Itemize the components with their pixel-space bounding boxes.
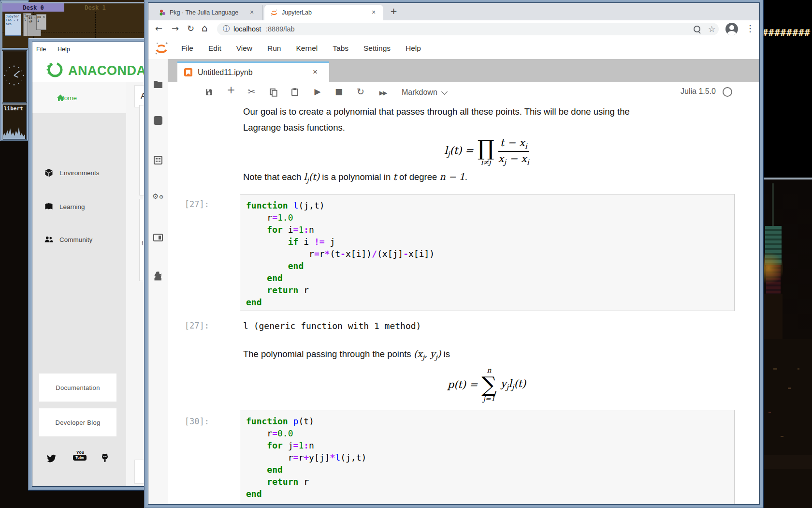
book-icon [44,202,54,211]
property-inspector-icon[interactable]: ⚙⚙ [152,194,164,205]
documentation-button[interactable]: Documentation [39,374,116,402]
cube-icon [44,168,54,178]
back-icon[interactable]: ← [155,24,162,33]
open-tabs-icon[interactable] [152,232,164,243]
copy-icon[interactable] [269,88,278,97]
jlab-menu-file[interactable]: File [180,44,194,53]
browser-menu-icon[interactable]: ⋮ [746,24,754,33]
developer-blog-button[interactable]: Developer Blog [39,408,116,436]
city-mass [762,339,812,508]
sidebar-item-environments[interactable]: Environments [32,160,126,186]
github-icon[interactable] [99,452,111,463]
twitter-icon[interactable] [45,453,58,464]
sidebar-item-label: Learning [59,203,85,210]
xload-button[interactable]: libert [2,104,27,140]
pager-page-divider [64,32,126,32]
notebook-file-icon-glyph [186,70,190,75]
pager-desk-0-label[interactable]: Desk 0 [2,3,64,12]
anaconda-logo-icon [45,60,65,80]
browser-window: Pkg · The Julia Language × JupyterLab × … [144,0,764,508]
bookmark-star-icon[interactable]: ☆ [708,24,715,34]
eq-denominator: xj − xi [498,153,529,166]
jlab-menu-edit[interactable]: Edit [207,44,222,53]
youtube-icon[interactable]: You Tube [73,450,87,461]
sidebar-item-home[interactable]: Home [32,82,126,113]
running-sessions-icon[interactable] [154,116,162,125]
markdown-cell-note[interactable]: Note that each lj(t) is a polynomial in … [243,169,717,188]
cell-type-select[interactable]: Markdown [402,86,447,99]
eq-lhs: p(t) = [448,379,478,390]
tab-title: JupyterLab [282,9,364,16]
water-band [762,455,812,469]
anaconda-menu-help[interactable]: Help [58,46,70,53]
reload-icon[interactable]: ↻ [187,24,194,33]
eq-numerator: t − xi [500,137,527,150]
jlab-menu-view[interactable]: View [235,44,253,53]
cell-input-prompt: [27]: [179,199,209,209]
jlab-menubar: File Edit View Run Kernel Tabs Settings … [148,38,759,60]
address-bar[interactable]: ⓘ localhost :8889/lab ☆ [217,23,719,35]
lit-window [768,412,771,413]
cut-icon[interactable]: ✂ [245,87,258,96]
tab-title: Pkg · The Julia Language [170,9,246,16]
clock-button[interactable] [2,50,27,103]
code-cell-function-l[interactable]: function l(j,t) r=1.0 for i=1:n if i != … [240,194,735,311]
eq-lhs: lj(t) = [444,145,473,158]
browser-tab-julia[interactable]: Pkg · The Julia Language × [154,5,263,20]
tab-close-icon[interactable]: × [250,8,254,16]
building-spire [772,183,774,228]
kernel-status-icon[interactable] [723,87,732,97]
stop-icon[interactable]: ■ [333,87,345,96]
jlab-menu-kernel[interactable]: Kernel [295,44,319,53]
jlab-dock-tabbar: Untitled11.ipynb × [168,59,759,82]
jlab-menu-help[interactable]: Help [405,44,422,53]
lit-window [798,368,799,370]
add-cell-icon[interactable]: + [225,85,237,95]
file-browser-icon[interactable] [152,78,164,90]
eq-rhs: yjlj(t) [501,378,526,391]
sidebar-item-label: Community [59,236,92,243]
browser-toolbar: ← → ↻ ⌂ ⓘ localhost :8889/lab ☆ [148,20,759,38]
sidebar-item-learning[interactable]: Learning [32,194,126,220]
notebook-tab[interactable]: Untitled11.ipynb × [177,61,329,84]
zoom-icon[interactable] [694,26,700,32]
avatar-body [727,31,736,35]
eq-fraction: t − xi xj − xi [498,137,529,166]
command-palette-icon[interactable] [152,154,164,166]
paste-icon[interactable] [290,87,299,97]
lit-window [788,388,791,389]
jlab-menu-tabs[interactable]: Tabs [332,44,349,53]
forward-icon[interactable]: → [172,24,179,33]
tab-close-icon[interactable]: × [372,8,376,16]
browser-content: Pkg · The Julia Language × JupyterLab × … [148,2,760,505]
save-icon[interactable] [204,88,214,97]
pager-mini-window[interactable]: po ni [36,14,46,30]
restart-kernel-icon[interactable]: ↻ [354,87,367,96]
xload-label: libert [4,105,23,112]
profile-avatar[interactable] [725,23,738,35]
sidebar-item-community[interactable]: Community [32,226,126,253]
browser-tab-jupyterlab[interactable]: JupyterLab × [264,5,383,20]
jupyterlab-root: File Edit View Run Kernel Tabs Settings … [148,38,759,504]
pager-desk-1-label[interactable]: Desk 1 [64,3,126,12]
run-all-icon[interactable]: ▶▶ [375,88,391,98]
kernel-name[interactable]: Julia 1.5.0 [681,87,716,96]
anaconda-menu-file[interactable]: File [36,46,46,53]
clock-icon [3,64,25,87]
pager-mini-window-jupyterlab[interactable]: JupyterLab - Chro [5,14,21,36]
jlab-menu-run[interactable]: Run [266,44,282,53]
run-icon[interactable]: ▶ [311,87,324,96]
cell-output-text: l (generic function with 1 method) [243,321,421,331]
cell-type-value: Markdown [402,88,437,97]
fraction-bar [498,151,529,152]
yellow-glow [762,250,783,286]
new-tab-icon[interactable]: + [390,7,397,15]
home-icon[interactable]: ⌂ [202,24,208,32]
chevron-down-icon [441,89,448,95]
tab-close-icon[interactable]: × [313,67,318,77]
jlab-menu-settings[interactable]: Settings [362,44,392,53]
code-cell-function-p[interactable]: function p(t) r=0.0 for j=1:n r=r+y[j]*l… [240,410,735,504]
lit-window [773,368,777,370]
info-icon[interactable]: ⓘ [223,25,230,33]
extension-manager-icon[interactable] [152,270,164,282]
